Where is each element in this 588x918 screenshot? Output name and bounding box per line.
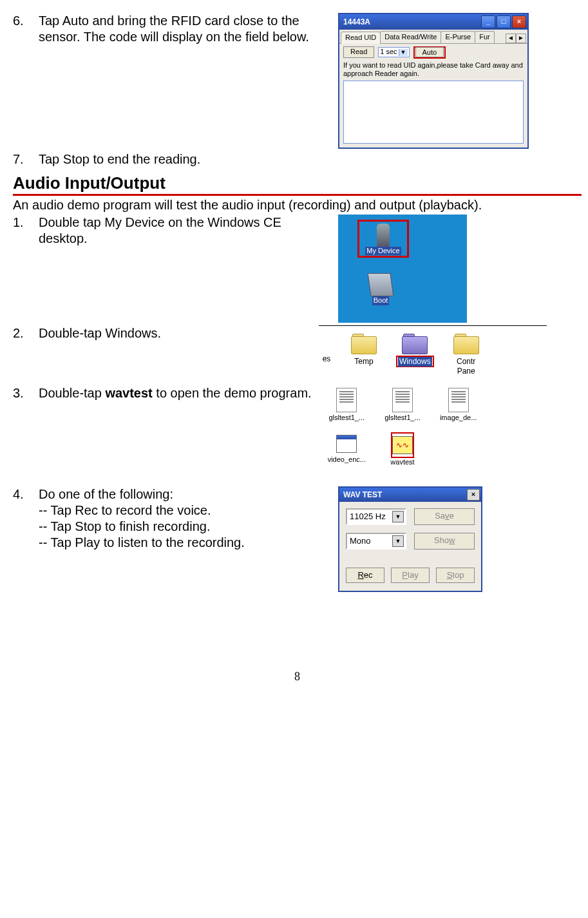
step-6-text: Tap Auto and bring the RFID card close t…	[39, 13, 338, 45]
boot-icon-group[interactable]: Boot	[357, 269, 404, 305]
step-3-text-c: to open the demo program.	[153, 386, 312, 400]
windows-label: Windows	[398, 357, 432, 367]
step-4: 4. Do one of the following: -- Tap Rec t…	[13, 486, 582, 592]
control-panel-folder[interactable]: Contr Pane	[453, 334, 479, 376]
boot-label: Boot	[372, 296, 390, 305]
step-2: 2. Double-tap Windows. es Temp Windows C…	[13, 325, 582, 383]
minimize-button[interactable]: _	[481, 15, 495, 28]
step-2-text: Double-tap Windows.	[39, 325, 319, 341]
interval-select[interactable]: 1 sec ▼	[378, 47, 409, 57]
wav-title: WAV TEST	[343, 490, 382, 500]
control-label-1: Contr	[453, 357, 479, 367]
document-icon	[336, 388, 357, 412]
tab-scroll-left-icon[interactable]: ◄	[506, 33, 516, 43]
close-button[interactable]: ×	[512, 15, 526, 28]
step-4-l3: -- Tap Stop to finish recording.	[39, 519, 312, 535]
rfid-tabs: Read UID Data Read/Write E-Purse Fur ◄ ►	[339, 30, 527, 44]
file-glsltest1b[interactable]: glsltest1_...	[375, 388, 431, 423]
file-glsltest1a[interactable]: glsltest1_...	[319, 388, 375, 423]
stop-button[interactable]: Stop	[436, 568, 475, 583]
auto-button[interactable]: Auto	[415, 47, 444, 57]
temp-label: Temp	[351, 357, 377, 367]
rfid-note: If you want to read UID again,please tak…	[343, 61, 524, 78]
figure-desktop: My Device Boot	[338, 215, 467, 323]
page-number: 8	[13, 669, 582, 684]
sample-rate-select[interactable]: 11025 Hz ▼	[346, 508, 406, 525]
tab-epurse[interactable]: E-Purse	[441, 31, 475, 43]
interval-value: 1 sec	[380, 48, 397, 57]
section-heading: Audio Input/Output	[13, 173, 582, 196]
explorer-partial-label: es	[321, 354, 332, 364]
rfid-titlebar: 14443A _ □ ×	[339, 14, 527, 30]
file-wavtest-highlight: ∿∿ wavtest	[375, 432, 431, 467]
wav-titlebar: WAV TEST ×	[339, 488, 481, 502]
dropdown-arrow-icon: ▼	[392, 511, 404, 522]
file-video-enc[interactable]: video_enc...	[319, 432, 375, 467]
my-device-icon[interactable]	[377, 224, 390, 247]
step-3-text: Double-tap wavtest to open the demo prog…	[39, 385, 319, 401]
channel-value: Mono	[350, 536, 371, 546]
save-button[interactable]: Save	[414, 508, 475, 525]
read-button[interactable]: Read	[343, 46, 374, 58]
step-1: 1. Double tap My Device on the Windows C…	[13, 215, 582, 323]
sample-rate-value: 11025 Hz	[350, 512, 386, 522]
step-7: 7. Tap Stop to end the reading.	[13, 151, 582, 167]
control-label-2: Pane	[453, 367, 479, 376]
figure-wavtest-dialog: WAV TEST × 11025 Hz ▼ Save Mono ▼ Show R…	[319, 486, 482, 592]
step-6-num: 6.	[13, 13, 39, 29]
explorer-partial: es	[321, 334, 332, 364]
my-device-label: My Device	[365, 247, 401, 256]
section-intro: An audio demo program will test the audi…	[13, 197, 582, 213]
rfid-title: 14443A	[343, 17, 370, 27]
play-button[interactable]: Play	[391, 568, 430, 583]
step-2-num: 2.	[13, 325, 39, 341]
document-icon	[392, 388, 413, 412]
step-3-text-b: wavtest	[105, 386, 152, 400]
figure-explorer: es Temp Windows Contr Pane	[319, 325, 547, 383]
step-3-num: 3.	[13, 385, 39, 401]
uid-output-field[interactable]	[343, 81, 524, 144]
step-4-text: Do one of the following: -- Tap Rec to r…	[39, 486, 319, 551]
rec-button[interactable]: Rec	[346, 568, 384, 583]
folder-icon	[351, 334, 377, 354]
maximize-button[interactable]: □	[497, 15, 511, 28]
step-4-l2: -- Tap Rec to record the voice.	[39, 502, 312, 519]
wavtest-icon[interactable]: ∿∿	[392, 436, 413, 454]
wavtest-label: wavtest	[375, 458, 431, 467]
folder-icon[interactable]	[402, 334, 428, 354]
show-button[interactable]: Show	[414, 533, 475, 550]
auto-button-highlight: Auto	[413, 46, 446, 59]
step-6: 6. Tap Auto and bring the RFID card clos…	[13, 13, 582, 149]
figure-rfid-window: 14443A _ □ × Read UID Data Read/Write E-…	[338, 13, 529, 149]
tab-data-rw[interactable]: Data Read/Write	[380, 31, 441, 43]
file-image-de[interactable]: image_de...	[430, 388, 486, 423]
step-3: 3. Double-tap wavtest to open the demo p…	[13, 385, 582, 472]
temp-folder[interactable]: Temp	[351, 334, 377, 367]
step-3-text-a: Double-tap	[39, 386, 105, 400]
step-4-l1: Do one of the following:	[39, 486, 312, 502]
folder-icon	[453, 334, 479, 354]
channel-select[interactable]: Mono ▼	[346, 533, 406, 550]
document-icon	[448, 388, 469, 412]
tab-fur[interactable]: Fur	[475, 31, 495, 43]
boot-icon	[367, 273, 394, 296]
tab-scroll-right-icon[interactable]: ►	[516, 33, 526, 43]
step-7-text: Tap Stop to end the reading.	[39, 151, 207, 167]
windows-folder-highlight: Windows	[396, 334, 434, 367]
step-4-num: 4.	[13, 486, 39, 502]
step-4-l4: -- Tap Play to listen to the recording.	[39, 535, 312, 551]
dropdown-arrow-icon: ▼	[392, 535, 404, 547]
app-icon	[336, 435, 357, 453]
wav-close-button[interactable]: ×	[467, 489, 480, 501]
figure-file-icons: glsltest1_... glsltest1_... image_de... …	[319, 385, 486, 472]
empty-cell	[430, 432, 486, 467]
step-1-text: Double tap My Device on the Windows CE d…	[39, 215, 338, 247]
step-7-num: 7.	[13, 151, 39, 167]
my-device-icon-highlight: My Device	[357, 220, 409, 258]
step-1-num: 1.	[13, 215, 39, 231]
tab-read-uid[interactable]: Read UID	[341, 32, 381, 44]
dropdown-arrow-icon: ▼	[399, 49, 408, 56]
